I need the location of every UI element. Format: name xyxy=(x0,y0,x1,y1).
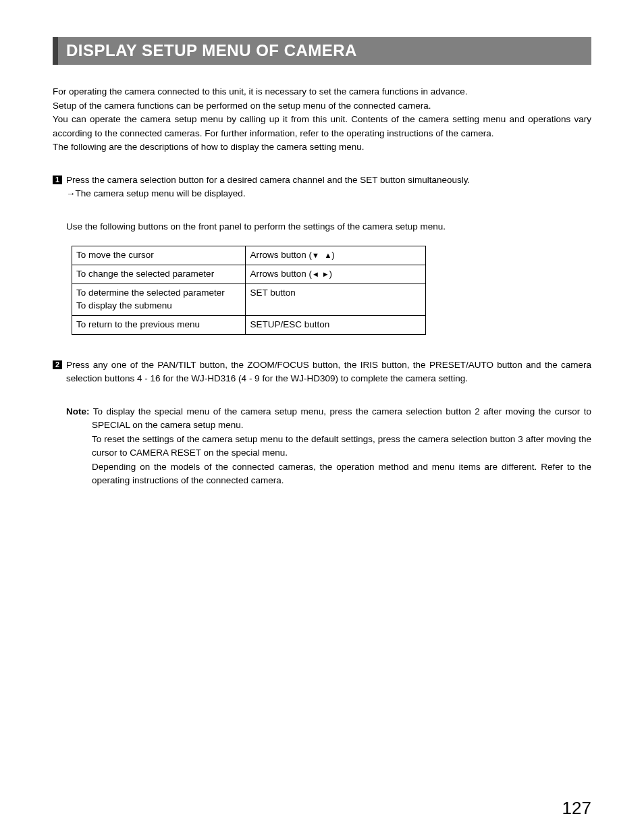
operations-table: To move the cursor Arrows button (▼ ▲) T… xyxy=(72,246,426,334)
table-row: To move the cursor Arrows button (▼ ▲) xyxy=(72,246,426,265)
intro-line-3: You can operate the camera setup menu by… xyxy=(53,114,591,138)
step-2: 2 Press any one of the PAN/TILT button, … xyxy=(53,358,591,386)
cell-button: SETUP/ESC button xyxy=(246,315,426,334)
intro-line-4: The following are the descriptions of ho… xyxy=(53,142,365,152)
down-arrow-icon: ▼ xyxy=(312,251,319,259)
cell-action: To return to the previous menu xyxy=(72,315,246,334)
step-1-sub: →The camera setup menu will be displayed… xyxy=(66,187,591,201)
cell-text: ) xyxy=(331,250,335,260)
table-row: To determine the selected parameter To d… xyxy=(72,284,426,315)
note-line-3: Depending on the models of the connected… xyxy=(66,460,591,488)
left-arrow-icon: ◄ xyxy=(312,270,319,278)
note-block: Note: To display the special menu of the… xyxy=(66,405,591,488)
page-number: 127 xyxy=(562,798,591,819)
cell-button: Arrows button (◄ ►) xyxy=(246,265,426,284)
page-title: DISPLAY SETUP MENU OF CAMERA xyxy=(53,37,591,65)
up-arrow-icon: ▲ xyxy=(324,251,331,259)
step-2-text: Press any one of the PAN/TILT button, th… xyxy=(66,358,591,386)
cell-action: To move the cursor xyxy=(72,246,246,265)
cell-text: ) xyxy=(329,269,333,279)
cell-text: Arrows button ( xyxy=(250,269,312,279)
cell-button: Arrows button (▼ ▲) xyxy=(246,246,426,265)
cell-text: To determine the selected parameter xyxy=(76,288,225,298)
cell-action: To determine the selected parameter To d… xyxy=(72,284,246,315)
cell-button: SET button xyxy=(246,284,426,315)
step-number-2: 2 xyxy=(53,360,62,369)
table-row: To return to the previous menu SETUP/ESC… xyxy=(72,315,426,334)
table-row: To change the selected parameter Arrows … xyxy=(72,265,426,284)
cell-text: To display the submenu xyxy=(76,300,172,311)
cell-text: Arrows button ( xyxy=(250,250,312,260)
intro-line-1: For operating the camera connected to th… xyxy=(53,86,468,97)
right-arrow-icon: ► xyxy=(322,270,329,278)
cell-action: To change the selected parameter xyxy=(72,265,246,284)
mid-note: Use the following buttons on the front p… xyxy=(66,220,591,234)
intro-line-2: Setup of the camera functions can be per… xyxy=(53,101,431,111)
note-label: Note: xyxy=(66,406,90,416)
step-1: 1 Press the camera selection button for … xyxy=(53,173,591,201)
note-line-2: To reset the settings of the camera setu… xyxy=(66,433,591,460)
step-number-1: 1 xyxy=(53,176,62,184)
intro-paragraph: For operating the camera connected to th… xyxy=(53,85,591,155)
note-line-1: To display the special menu of the camer… xyxy=(90,406,592,431)
step-1-text: Press the camera selection button for a … xyxy=(66,173,591,188)
